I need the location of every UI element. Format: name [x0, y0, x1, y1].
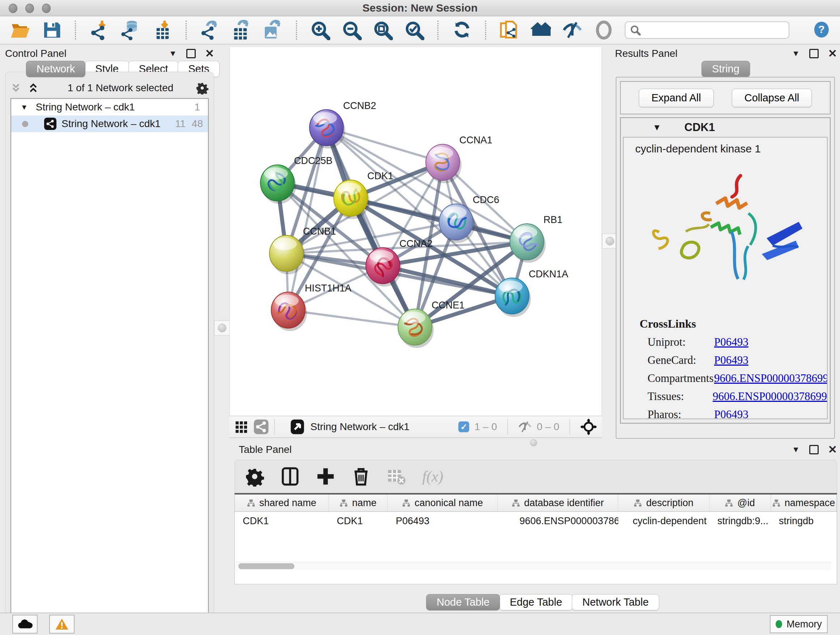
network-node-HIST1H1A[interactable]: HIST1H1A — [271, 283, 352, 331]
column-header[interactable]: namespace — [771, 494, 837, 511]
zoom-out-button[interactable] — [341, 19, 362, 41]
tab-network[interactable]: Network — [26, 61, 85, 77]
expand-all-button[interactable]: Expand All — [639, 89, 714, 107]
delete-table-button[interactable] — [387, 467, 406, 486]
left-splitter-handle[interactable] — [214, 320, 230, 336]
import-table-button[interactable] — [152, 19, 172, 41]
show-graphics-button[interactable] — [593, 19, 614, 41]
close-window-button[interactable] — [9, 4, 17, 13]
table-settings-button[interactable] — [245, 467, 264, 486]
detach-view-icon[interactable] — [289, 419, 305, 435]
collapse-all-button[interactable]: Collapse All — [732, 89, 812, 107]
export-table-button[interactable] — [231, 19, 251, 41]
panel-menu-icon[interactable]: ▼ — [792, 445, 800, 454]
hide-graphics-button[interactable] — [562, 19, 583, 41]
warnings-button[interactable] — [49, 615, 74, 633]
zoom-window-button[interactable] — [42, 4, 51, 13]
export-network-button[interactable] — [200, 19, 220, 41]
pharos-link[interactable]: P06493 — [714, 408, 748, 419]
scrollbar-thumb[interactable] — [238, 563, 294, 569]
network-node-CCNA1[interactable]: CCNA1 — [426, 135, 493, 183]
open-session-button[interactable] — [10, 19, 31, 41]
column-header[interactable]: canonical name — [388, 494, 498, 511]
network-node-CCNE1[interactable]: CCNE1 — [398, 300, 464, 348]
zoom-selected-button[interactable] — [404, 19, 425, 41]
panel-menu-icon[interactable]: ▼ — [792, 49, 800, 58]
function-builder-button[interactable]: f(x) — [422, 468, 443, 485]
tab-network-table[interactable]: Network Table — [572, 594, 659, 610]
panel-close-icon[interactable]: ✕ — [205, 50, 214, 57]
network-node-CDC6[interactable]: CDC6 — [439, 195, 499, 243]
gear-icon[interactable] — [196, 81, 209, 95]
export-network-icon — [200, 20, 220, 40]
node-label: CDK1 — [367, 171, 393, 181]
panel-float-icon[interactable] — [809, 445, 819, 454]
add-column-button[interactable] — [316, 467, 335, 486]
panel-float-icon[interactable] — [186, 49, 196, 58]
expand-all-icon[interactable] — [28, 82, 39, 93]
import-network-from-database-button[interactable] — [120, 19, 141, 41]
panel-menu-icon[interactable]: ▼ — [169, 49, 177, 58]
column-type-icon — [512, 499, 520, 507]
network-node-RB1[interactable]: RB1 — [510, 214, 562, 263]
genecard-link[interactable]: P06493 — [714, 354, 748, 367]
zoom-fit-icon — [373, 20, 393, 40]
refresh-button[interactable] — [452, 19, 472, 41]
string-results-box: Expand All Collapse All ▼ CDK1 cyclin-de… — [616, 77, 835, 439]
memory-button[interactable]: Memory — [770, 615, 828, 633]
search-input[interactable] — [625, 21, 789, 39]
separator — [507, 419, 508, 435]
minimize-window-button[interactable] — [25, 4, 34, 13]
compartments-link[interactable]: 9606.ENSP00000378699 — [714, 372, 828, 385]
crosslinks-section: CrossLinks Uniprot:P06493 GeneCard:P0649… — [624, 317, 827, 419]
column-header[interactable]: shared name — [235, 494, 329, 511]
pan-crosshair-icon[interactable] — [580, 418, 597, 435]
control-panel: Control Panel ▼ ✕ Network Style Select S… — [5, 47, 214, 608]
column-header[interactable]: description — [618, 494, 709, 511]
save-session-button[interactable] — [42, 19, 62, 41]
panel-close-icon[interactable]: ✕ — [828, 446, 837, 453]
help-button[interactable]: ? — [813, 20, 830, 40]
uniprot-link[interactable]: P06493 — [714, 336, 748, 348]
tab-string[interactable]: String — [701, 61, 750, 77]
string-view-icon[interactable] — [253, 419, 269, 435]
selected-checkbox-icon[interactable]: ✓ — [458, 421, 469, 432]
export-image-button[interactable] — [262, 19, 283, 41]
tab-node-table[interactable]: Node Table — [426, 594, 500, 610]
column-header[interactable]: name — [329, 494, 388, 511]
node-label: CCNA1 — [459, 135, 493, 146]
table-header-row: shared name name canonical name database… — [235, 494, 837, 512]
panel-float-icon[interactable] — [809, 49, 819, 58]
column-header[interactable]: @id — [709, 494, 771, 511]
home-button[interactable] — [531, 19, 551, 41]
tissues-link[interactable]: 9606.ENSP00000378699 — [713, 390, 827, 403]
refresh-icon — [452, 20, 472, 40]
string-import-button[interactable] — [499, 19, 520, 41]
tab-edge-table[interactable]: Edge Table — [499, 594, 573, 610]
network-node-CCNB1[interactable]: CCNB1 — [270, 226, 336, 274]
panel-close-icon[interactable]: ✕ — [828, 50, 837, 57]
entry-collapse-icon[interactable]: ▼ — [653, 122, 661, 133]
entry-gene-name: CDK1 — [684, 121, 715, 134]
network-collection-row[interactable]: ▼ String Network – cdk1 1 — [11, 99, 208, 116]
node-entry-header[interactable]: ▼ CDK1 — [621, 118, 830, 137]
network-canvas[interactable]: CCNB2CCNA1CDC25BCDK1CDC6RB1CCNB1CCNA2CDK… — [229, 47, 602, 416]
collapse-all-icon[interactable] — [11, 82, 21, 93]
crosslink-row: Uniprot:P06493 — [647, 336, 827, 348]
table-row[interactable]: CDK1 CDK1 P06493 9606.ENSP00000378699 cy… — [235, 512, 837, 527]
entry-description: cyclin-dependent kinase 1 — [635, 143, 827, 155]
database-icon — [120, 20, 141, 40]
delete-column-button[interactable] — [351, 467, 371, 486]
zoom-out-icon — [341, 20, 362, 40]
cloud-status-button[interactable] — [12, 615, 38, 633]
birdseye-grid-icon[interactable] — [234, 420, 249, 434]
column-header[interactable]: database identifier — [498, 494, 618, 511]
zoom-in-button[interactable] — [310, 19, 331, 41]
network-node-CDKN1A[interactable]: CDKN1A — [495, 269, 568, 317]
show-columns-button[interactable] — [280, 467, 300, 486]
import-network-button[interactable] — [89, 19, 110, 41]
zoom-fit-button[interactable] — [373, 19, 393, 41]
collection-expand-icon[interactable]: ▼ — [21, 103, 28, 111]
network-row[interactable]: String Network – cdk1 11 48 — [11, 116, 208, 132]
column-type-icon — [402, 499, 410, 507]
